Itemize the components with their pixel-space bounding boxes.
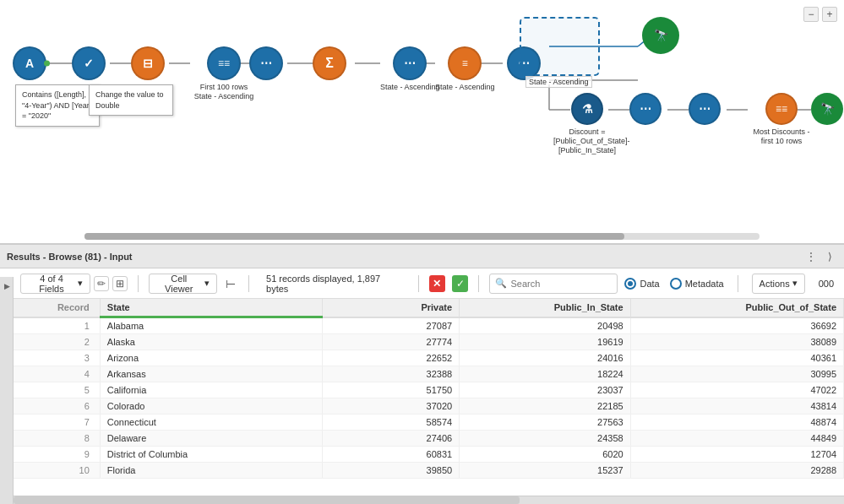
- divider-2: [248, 275, 249, 292]
- cell-public-out: 36692: [630, 317, 843, 334]
- node-flask-label: Discount = [Public_Out_of_State]- [Publi…: [553, 127, 621, 154]
- cell-state: Arkansas: [100, 366, 322, 382]
- cell-public-in: 19619: [460, 334, 631, 350]
- table-row[interactable]: 1Alabama270872049836692: [0, 317, 844, 334]
- cell-record: 4: [0, 366, 100, 382]
- table-row[interactable]: 4Arkansas323881822430995: [0, 366, 844, 382]
- node-sigma-circle: Σ: [313, 46, 346, 80]
- search-box[interactable]: 🔍: [489, 274, 618, 294]
- results-title: Results - Browse (81) - Input: [7, 252, 133, 262]
- cell-public-out: 47022: [630, 382, 843, 398]
- cell-state: Alabama: [100, 317, 322, 334]
- node-dots[interactable]: ⋯ State - Ascending: [380, 46, 440, 92]
- node-browse-bottom[interactable]: 🔭: [811, 93, 843, 125]
- node-filter-bottom[interactable]: ≡≡ Most Discounts - first 10 rows: [748, 93, 815, 146]
- canvas-scrollbar-thumb: [84, 233, 624, 240]
- col-header-state[interactable]: State: [100, 299, 322, 317]
- left-side-panel[interactable]: ▶: [0, 277, 14, 504]
- node-bars[interactable]: ≡≡ First 100 rows State - Ascending: [190, 46, 258, 101]
- data-radio[interactable]: Data: [624, 278, 659, 290]
- table-body: 1Alabama2708720498366922Alaska2777419619…: [0, 317, 844, 479]
- cell-record: 8: [0, 431, 100, 447]
- cell-public-out: 48874: [630, 415, 843, 431]
- cell-public-out: 44849: [630, 431, 843, 447]
- node-join[interactable]: ⋯: [249, 46, 283, 80]
- node-sort-label: State - Ascending: [435, 83, 495, 92]
- node-input[interactable]: A: [13, 46, 46, 80]
- fields-button[interactable]: 4 of 4 Fields ▾: [20, 274, 90, 294]
- actions-button[interactable]: Actions ▾: [752, 274, 805, 294]
- horizontal-scrollbar[interactable]: [0, 496, 844, 504]
- node-sort-circle: ≡: [448, 46, 482, 80]
- number-label: 000: [815, 279, 837, 289]
- node-dots-bottom[interactable]: ⋯: [629, 93, 662, 125]
- cell-state: Colorado: [100, 398, 322, 415]
- table-row[interactable]: 5California517502303747022: [0, 382, 844, 398]
- node-sigma[interactable]: Σ: [313, 46, 346, 80]
- cell-state: Arizona: [100, 350, 322, 366]
- confirm-button[interactable]: ✓: [452, 275, 468, 292]
- col-header-public-out[interactable]: Public_Out_of_State: [630, 299, 843, 317]
- minimize-button[interactable]: −: [803, 7, 819, 22]
- node-dots-bottom2[interactable]: ⋯: [689, 93, 721, 125]
- cell-record: 6: [0, 398, 100, 415]
- cell-private: 27087: [323, 317, 460, 334]
- results-menu-icon[interactable]: ⋮: [803, 249, 819, 264]
- table-row[interactable]: 2Alaska277741961938089: [0, 334, 844, 350]
- canvas-scrollbar[interactable]: [84, 233, 760, 240]
- cell-private: 22652: [323, 350, 460, 366]
- divider-3: [418, 275, 419, 292]
- node-sort[interactable]: ≡ State - Ascending: [435, 46, 495, 92]
- cell-public-in: 6020: [460, 447, 631, 463]
- data-radio-dot: [624, 278, 636, 290]
- cell-viewer-button[interactable]: Cell Viewer ▾: [149, 274, 217, 294]
- node-flask[interactable]: ⚗ Discount = [Public_Out_of_State]- [Pub…: [553, 93, 621, 154]
- table-row[interactable]: 7Connecticut585742756348874: [0, 415, 844, 431]
- workflow-canvas: − + A Contains ([Length], "4-Year") AND …: [0, 0, 844, 245]
- search-input[interactable]: [510, 279, 612, 289]
- side-panel-icon: ▶: [3, 282, 11, 290]
- node-filter-bottom-label: Most Discounts - first 10 rows: [748, 127, 815, 146]
- radio-group: Data Metadata Actions ▾ 000: [624, 274, 837, 294]
- cell-public-out: 30995: [630, 366, 843, 382]
- cell-public-out: 29288: [630, 463, 843, 479]
- node-browse-top[interactable]: 🔭: [642, 17, 679, 54]
- table-row[interactable]: 8Delaware274062435844849: [0, 431, 844, 447]
- cell-record: 3: [0, 350, 100, 366]
- cell-private: 39850: [323, 463, 460, 479]
- node-browse-top-circle: 🔭: [642, 17, 679, 54]
- node-check[interactable]: ✓: [72, 46, 106, 80]
- edit-icon[interactable]: ✏: [94, 276, 109, 291]
- results-icons: ⋮ ⟩: [803, 249, 837, 264]
- node-orange-filter-circle: ⊟: [131, 46, 165, 80]
- copy-icon[interactable]: ⊞: [112, 276, 128, 291]
- node-flask-circle: ⚗: [571, 93, 603, 125]
- cell-public-in: 18224: [460, 366, 631, 382]
- clear-button[interactable]: ✕: [429, 275, 445, 292]
- cell-public-out: 12704: [630, 447, 843, 463]
- cell-state: Connecticut: [100, 415, 322, 431]
- toolbar: ▶ 4 of 4 Fields ▾ ✏ ⊞ Cell Viewer ▾ ⊢ 51…: [0, 268, 844, 299]
- cell-public-in: 15237: [460, 463, 631, 479]
- cell-public-in: 23037: [460, 382, 631, 398]
- table-row[interactable]: 10Florida398501523729288: [0, 463, 844, 479]
- records-info: 51 records displayed, 1,897 bytes: [259, 274, 408, 294]
- cell-public-in: 24358: [460, 431, 631, 447]
- table-container[interactable]: Record State Private Public_In_State Pub…: [0, 299, 844, 496]
- cell-record: 2: [0, 334, 100, 350]
- cell-state: Florida: [100, 463, 322, 479]
- col-header-public-in[interactable]: Public_In_State: [460, 299, 631, 317]
- cell-record: 10: [0, 463, 100, 479]
- table-row[interactable]: 9District of Columbia60831602012704: [0, 447, 844, 463]
- tooltip-filter: Contains ([Length], "4-Year") AND [Year]…: [15, 84, 100, 127]
- results-expand-icon[interactable]: ⟩: [822, 249, 837, 264]
- metadata-radio[interactable]: Metadata: [670, 278, 724, 290]
- col-header-record[interactable]: Record: [0, 299, 100, 317]
- node-orange-filter[interactable]: ⊟: [131, 46, 165, 80]
- table-row[interactable]: 6Colorado370202218543814: [0, 398, 844, 415]
- expand-button[interactable]: +: [822, 7, 837, 22]
- col-header-private[interactable]: Private: [323, 299, 460, 317]
- cell-state: Delaware: [100, 431, 322, 447]
- node-dots-label: State - Ascending: [380, 83, 440, 92]
- table-row[interactable]: 3Arizona226522401640361: [0, 350, 844, 366]
